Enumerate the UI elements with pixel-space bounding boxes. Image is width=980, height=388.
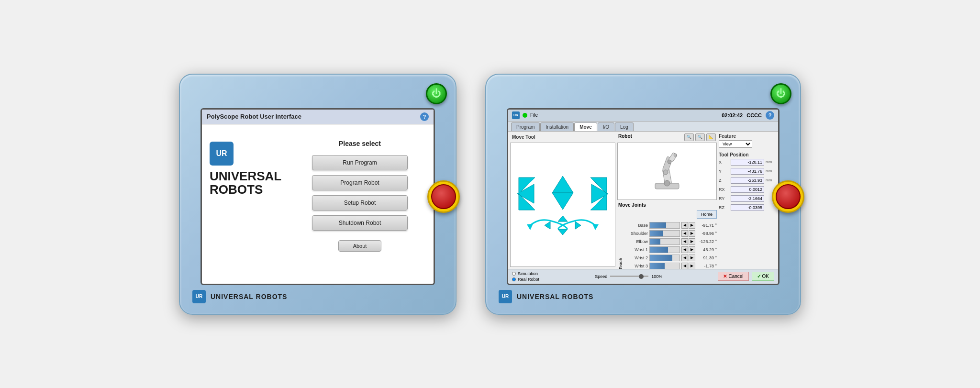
real-robot-radio[interactable]: Real Robot (512, 277, 539, 282)
joint-wrist3-plus[interactable]: ▶ (689, 263, 695, 269)
clock-display: 02:02:42 (722, 112, 743, 118)
tab-move[interactable]: Move (574, 122, 597, 131)
left-top-row (187, 83, 449, 104)
pos-y-unit: mm (766, 169, 772, 173)
joint-base-minus[interactable]: ◀ (681, 222, 688, 229)
cancel-button[interactable]: ✕ Cancel (718, 272, 748, 281)
setup-robot-button[interactable]: Setup Robot (312, 195, 408, 211)
joint-base-value: -91.71 ° (697, 223, 717, 228)
home-button[interactable]: Home (697, 210, 717, 219)
run-program-button[interactable]: Run Program (312, 155, 408, 170)
right-power-button[interactable] (770, 83, 791, 104)
joint-row-base: Base ◀ ▶ -91.71 ° (625, 222, 717, 229)
robot-arm-svg (641, 147, 693, 195)
simulation-radio[interactable]: Simulation (512, 271, 539, 276)
joint-elbow-plus[interactable]: ▶ (689, 238, 695, 245)
speed-label: Speed (595, 274, 607, 279)
file-label[interactable]: File (530, 112, 538, 118)
speed-slider[interactable] (610, 276, 648, 277)
robot-icon-2[interactable]: 🔍 (695, 133, 705, 141)
pos-x-label: X (719, 160, 729, 165)
joint-row-elbow: Elbow ◀ ▶ -126.22 ° (625, 238, 717, 245)
pos-ry-row: RY -3.1664 (719, 195, 776, 202)
robot-icon-3[interactable]: 📐 (706, 133, 716, 141)
right-title-right: 02:02:42 CCCC ? (722, 111, 774, 120)
joints-section: Teach Home Base (617, 210, 717, 269)
joint-wrist2-plus[interactable]: ▶ (689, 255, 695, 261)
joint-shoulder-arrows: ◀ ▶ (681, 230, 695, 237)
home-btn-row: Home (625, 210, 717, 221)
pos-z-row: Z -253.93 mm (719, 177, 776, 184)
right-tablet: UR File 02:02:42 CCCC ? Program I (485, 74, 801, 315)
joint-base-plus[interactable]: ▶ (689, 222, 695, 229)
joint-shoulder-fill (650, 231, 663, 236)
left-power-button[interactable] (426, 83, 447, 104)
feature-select[interactable]: View (719, 140, 752, 148)
joint-base-label: Base (625, 223, 648, 228)
left-bottom-logo: UR (192, 290, 206, 303)
help-icon[interactable]: ? (420, 112, 429, 121)
right-help-icon[interactable]: ? (766, 111, 774, 120)
pos-y-value: -431.76 (731, 168, 764, 175)
rotate-left-btn[interactable] (527, 224, 533, 230)
joint-wrist3-minus[interactable]: ◀ (681, 263, 688, 269)
tablets-container: PolyScope Robot User Interface ? UR UNIV… (160, 55, 820, 334)
joint-row-wrist1: Wrist 1 ◀ ▶ -46.29 ° (625, 246, 717, 253)
ok-label: OK (762, 274, 769, 279)
joint-wrist1-label: Wrist 1 (625, 247, 648, 252)
joint-shoulder-minus[interactable]: ◀ (681, 230, 688, 237)
robot-panel-title: Robot (618, 133, 632, 139)
cross-up-btn[interactable] (558, 216, 568, 222)
pos-ry-label: RY (719, 196, 729, 201)
left-estop-button[interactable] (427, 180, 460, 213)
sim-radio-group: Simulation Real Robot (512, 271, 539, 282)
arrow-down-top-btn[interactable] (552, 193, 573, 210)
right-screen: UR File 02:02:42 CCCC ? Program I (507, 108, 780, 285)
joint-wrist2-bar (649, 255, 680, 261)
joint-wrist2-minus[interactable]: ◀ (681, 255, 688, 261)
right-estop-button[interactable] (772, 180, 804, 213)
joint-elbow-minus[interactable]: ◀ (681, 238, 688, 245)
tab-log[interactable]: Log (615, 122, 634, 131)
joint-base-bar (649, 222, 680, 229)
right-main-content: Move Tool (508, 132, 778, 269)
speed-group: Speed 100% (595, 274, 662, 279)
robot-joints-panel: Robot 🔍 🔍 📐 (617, 133, 717, 267)
tab-program[interactable]: Program (511, 122, 540, 131)
joint-wrist3-bar (649, 263, 680, 269)
move-joints-label: Move Joints (617, 201, 717, 209)
svg-point-5 (663, 170, 668, 175)
joint-wrist1-fill (650, 247, 668, 253)
rotate-right-btn[interactable] (592, 224, 599, 230)
about-button[interactable]: About (338, 240, 381, 252)
pos-x-row: X -120.11 mm (719, 159, 776, 166)
robot-icon-buttons: 🔍 🔍 📐 (684, 133, 716, 141)
cancel-x-icon: ✕ (723, 274, 727, 279)
move-panel: Move Tool (510, 133, 615, 267)
joint-wrist1-plus[interactable]: ▶ (689, 246, 695, 253)
tab-installation[interactable]: Installation (540, 122, 574, 131)
speed-handle[interactable] (639, 274, 644, 279)
right-bottom-bar: Simulation Real Robot Speed (508, 269, 778, 284)
program-robot-button[interactable]: Program Robot (312, 175, 408, 190)
cross-down-btn[interactable] (558, 229, 568, 235)
robot-icon-1[interactable]: 🔍 (684, 133, 694, 141)
joint-wrist2-label: Wrist 2 (625, 255, 648, 260)
left-menu-area: Please select Run Program Program Robot … (294, 132, 426, 276)
arrow-up-btn[interactable] (552, 176, 573, 193)
joint-wrist2-fill (650, 255, 672, 261)
right-tablet-bottom: UR UNIVERSAL ROBOTS (493, 290, 793, 303)
right-top-row (493, 83, 793, 104)
joint-shoulder-plus[interactable]: ▶ (689, 230, 695, 237)
cross-right-btn[interactable] (575, 222, 581, 229)
shutdown-robot-button[interactable]: Shutdown Robot (312, 215, 408, 231)
tab-io[interactable]: I/O (598, 122, 614, 131)
right-estop-area (772, 180, 804, 213)
left-estop-area (427, 180, 460, 213)
status-green-dot (523, 113, 527, 118)
ok-button[interactable]: ✓ OK (752, 272, 774, 281)
ur-logo-large: UR (210, 142, 234, 166)
action-buttons: ✕ Cancel ✓ OK (718, 272, 774, 281)
cross-left-btn[interactable] (545, 222, 550, 229)
joint-wrist1-minus[interactable]: ◀ (681, 246, 688, 253)
